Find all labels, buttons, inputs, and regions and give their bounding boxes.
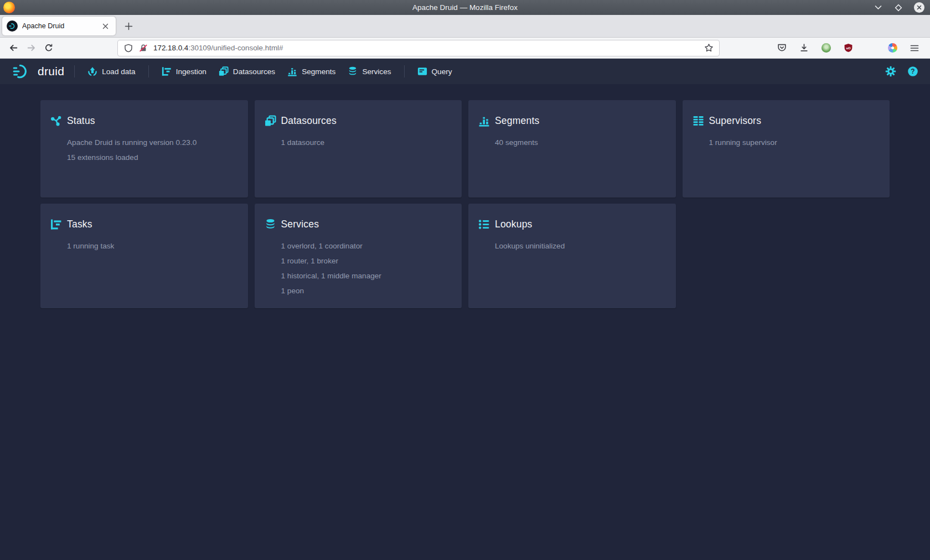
close-icon [914,2,924,13]
insecure-lock-icon[interactable] [138,43,148,53]
divider [148,65,149,77]
browser-toolbar: 172.18.0.4:30109/unified-console.html# u… [0,38,930,59]
nav-label: Services [362,68,391,76]
nav-label: Query [432,68,452,76]
help-button[interactable]: ? [907,65,919,77]
services-line: 1 historical, 1 middle manager [281,268,452,283]
card-title: Supervisors [709,115,762,127]
nav-item-segments[interactable]: Segments [281,59,342,84]
window-titlebar: Apache Druid — Mozilla Firefox [0,0,930,15]
datasources-card[interactable]: Datasources 1 datasource [255,100,462,198]
services-line: 1 peon [281,283,452,298]
services-line: 1 router, 1 broker [281,253,452,268]
nav-item-ingestion[interactable]: Ingestion [156,59,213,84]
downloads-button[interactable] [795,40,813,56]
card-title: Segments [495,115,539,127]
card-title: Status [67,115,95,127]
database-icon [348,66,358,76]
gear-icon [885,66,896,77]
divider [404,65,405,77]
forward-button[interactable] [22,40,40,56]
status-extensions-text: 15 extensions loaded [67,150,238,165]
multi-select-icon [219,66,229,76]
bookmark-star-icon[interactable] [704,43,714,53]
tab-close-icon[interactable] [99,20,111,32]
druid-logo-text: druid [38,65,64,78]
nav-label: Ingestion [176,68,206,76]
address-text: 172.18.0.4:30109/unified-console.html# [153,44,283,52]
settings-gear-button[interactable] [885,65,897,77]
stacked-bar-chart-icon [287,66,297,76]
segments-count-text: 40 segments [495,135,666,150]
tasks-count-text: 1 running task [67,238,238,253]
card-title: Services [281,219,319,230]
gantt-chart-icon [162,66,172,76]
services-line: 1 overlord, 1 coordinator [281,238,452,253]
lookups-card[interactable]: Lookups Lookups uninitialized [468,204,676,308]
help-icon: ? [907,66,918,77]
svg-text:uO: uO [846,46,851,50]
nav-label: Datasources [233,68,275,76]
window-title: Apache Druid — Mozilla Firefox [0,3,930,12]
druid-header: druid Load data Ingestion Datasources [0,59,930,84]
multi-select-icon [265,115,276,127]
address-host: 172.18.0.4 [153,44,188,52]
supervisors-count-text: 1 running supervisor [709,135,880,150]
gantt-chart-icon [50,219,62,230]
address-bar[interactable]: 172.18.0.4:30109/unified-console.html# [117,40,720,56]
nav-item-services[interactable]: Services [342,59,397,84]
home-view: Status Apache Druid is running version 0… [0,84,930,324]
stacked-bar-chart-icon [478,115,490,127]
window-minimize-button[interactable] [872,2,884,13]
extension-privacy-icon[interactable] [817,40,835,56]
nav-item-query[interactable]: Query [411,59,458,84]
card-title: Datasources [281,115,337,127]
console-icon [417,66,427,76]
nav-label: Load data [102,68,135,76]
tasks-card[interactable]: Tasks 1 running task [40,204,248,308]
tab-bar: Apache Druid [0,15,930,38]
status-version-text: Apache Druid is running version 0.23.0 [67,135,238,150]
segments-card[interactable]: Segments 40 segments [468,100,676,198]
services-card[interactable]: Services 1 overlord, 1 coordinator 1 rou… [255,204,462,308]
pocket-button[interactable] [773,40,790,56]
extension-pinwheel-icon[interactable] [884,40,901,56]
card-title: Lookups [495,219,533,230]
status-card[interactable]: Status Apache Druid is running version 0… [40,100,248,198]
divider [74,65,75,77]
properties-icon [478,219,490,230]
extension-cookie-icon[interactable] [861,40,879,56]
card-title: Tasks [67,219,92,230]
database-icon [265,219,276,230]
reload-button[interactable] [40,40,58,56]
nav-item-load-data[interactable]: Load data [81,59,141,84]
tab-apache-druid[interactable]: Apache Druid [2,17,116,35]
graph-icon [50,115,62,127]
list-columns-icon [693,115,704,127]
druid-favicon [7,20,18,32]
menu-button[interactable] [906,40,923,56]
nav-item-datasources[interactable]: Datasources [213,59,281,84]
extension-ublock-icon[interactable]: uO [839,40,857,56]
tracking-protection-shield-icon[interactable] [123,43,133,53]
lookups-status-text: Lookups uninitialized [495,238,666,253]
svg-text:?: ? [911,68,914,75]
window-close-button[interactable] [913,2,924,13]
upload-icon [87,66,97,76]
window-maximize-button[interactable] [893,2,904,13]
new-tab-button[interactable] [120,18,137,34]
address-path: :30109/unified-console.html# [188,44,283,52]
druid-logo-icon [12,64,33,79]
back-button[interactable] [4,40,22,56]
datasources-count-text: 1 datasource [281,135,452,150]
tab-label: Apache Druid [22,22,95,30]
druid-logo[interactable]: druid [9,64,68,79]
nav-label: Segments [302,68,335,76]
supervisors-card[interactable]: Supervisors 1 running supervisor [683,100,890,198]
